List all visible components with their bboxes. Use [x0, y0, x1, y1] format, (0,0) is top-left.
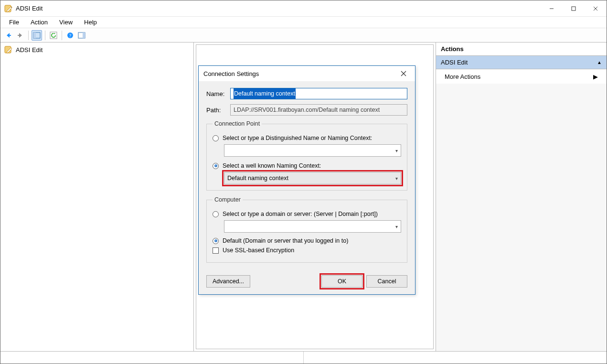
- menu-view[interactable]: View: [54, 18, 77, 27]
- menu-file[interactable]: File: [4, 18, 24, 27]
- cancel-button[interactable]: Cancel: [366, 275, 407, 288]
- path-label: Path:: [206, 107, 230, 114]
- more-actions-label: More Actions: [445, 73, 480, 80]
- statusbar-cell-right: [304, 352, 607, 364]
- actions-more-actions[interactable]: More Actions ▶: [436, 69, 607, 84]
- help-button[interactable]: ?: [65, 30, 75, 41]
- ok-button[interactable]: OK: [321, 275, 362, 288]
- svg-rect-2: [572, 7, 575, 11]
- titlebar: ADSI Edit: [0, 0, 607, 17]
- connection-point-group: Connection Point Select or type a Distin…: [206, 120, 407, 191]
- computer-legend: Computer: [213, 196, 243, 203]
- chevron-down-icon: ▾: [395, 224, 398, 229]
- radio-default-indicator: [213, 238, 219, 244]
- svg-rect-8: [33, 32, 36, 38]
- menu-action[interactable]: Action: [26, 18, 53, 27]
- dn-combo[interactable]: ▾: [224, 144, 401, 157]
- connection-point-legend: Connection Point: [213, 120, 262, 127]
- advanced-button[interactable]: Advanced...: [206, 275, 250, 288]
- back-button[interactable]: [3, 30, 14, 41]
- svg-rect-6: [18, 35, 20, 36]
- forward-button[interactable]: [15, 30, 25, 41]
- wellknown-combo-value: Default naming context: [227, 175, 288, 182]
- actions-section-label: ADSI Edit: [441, 59, 468, 66]
- chevron-down-icon: ▾: [395, 176, 398, 181]
- toolbar-separator: [45, 31, 45, 40]
- menu-help[interactable]: Help: [79, 18, 102, 27]
- toolbar-separator: [28, 31, 29, 40]
- svg-rect-5: [9, 35, 11, 36]
- adsi-edit-icon: [4, 45, 13, 54]
- main-window: ADSI Edit File Action View Help: [0, 0, 607, 364]
- collapse-arrow-icon: ▲: [597, 60, 602, 65]
- radio-domain-server[interactable]: Select or type a domain or server: (Serv…: [213, 211, 401, 217]
- actions-header: Actions: [436, 43, 607, 56]
- radio-domain-indicator: [213, 211, 219, 217]
- chevron-right-icon: ▶: [593, 73, 598, 80]
- radio-dn-indicator: [213, 135, 219, 141]
- toolbar: ?: [0, 28, 607, 43]
- show-hide-action-pane-button[interactable]: [76, 30, 87, 41]
- dialog-button-row: Advanced... OK Cancel: [199, 273, 415, 294]
- svg-rect-13: [83, 32, 85, 38]
- name-input-value: Default naming context: [234, 88, 296, 99]
- dialog-body: Name: Default naming context Path: LDAP:…: [199, 81, 415, 273]
- tree-root-adsi-edit[interactable]: ADSI Edit: [3, 44, 191, 55]
- svg-text:?: ?: [69, 33, 72, 38]
- dialog-title: Connection Settings: [203, 70, 259, 77]
- svg-rect-9: [50, 32, 57, 39]
- dialog-titlebar: Connection Settings: [199, 66, 415, 81]
- radio-wellknown-label: Select a well known Naming Context:: [223, 162, 321, 169]
- show-hide-console-tree-button[interactable]: [32, 30, 42, 41]
- radio-well-known[interactable]: Select a well known Naming Context:: [213, 162, 401, 169]
- ssl-checkbox[interactable]: [213, 247, 219, 254]
- close-button[interactable]: [585, 0, 607, 17]
- actions-pane: Actions ADSI Edit ▲ More Actions ▶: [436, 43, 607, 351]
- chevron-down-icon: ▾: [395, 148, 398, 153]
- adsi-edit-app-icon: [4, 4, 13, 13]
- name-input[interactable]: Default naming context: [230, 88, 407, 99]
- connection-settings-dialog: Connection Settings Name: Default naming…: [198, 65, 415, 295]
- tree-pane: ADSI Edit: [0, 43, 194, 351]
- dialog-close-button[interactable]: [397, 67, 410, 80]
- window-title: ADSI Edit: [16, 5, 43, 12]
- actions-section-adsi-edit[interactable]: ADSI Edit ▲: [436, 56, 607, 69]
- ssl-checkbox-row[interactable]: Use SSL-based Encryption: [213, 247, 401, 254]
- refresh-button[interactable]: [48, 30, 59, 41]
- tree-root-label: ADSI Edit: [16, 46, 43, 54]
- ssl-label: Use SSL-based Encryption: [223, 247, 294, 254]
- radio-domain-label: Select or type a domain or server: (Serv…: [223, 211, 378, 217]
- maximize-button[interactable]: [563, 0, 585, 17]
- minimize-button[interactable]: [541, 0, 563, 17]
- radio-distinguished-name[interactable]: Select or type a Distinguished Name or N…: [213, 135, 401, 141]
- name-label: Name:: [206, 90, 230, 97]
- name-row: Name: Default naming context: [206, 88, 407, 99]
- statusbar: [0, 351, 607, 364]
- path-value: LDAP://SRV001.firatboyan.com/Default nam…: [234, 107, 380, 113]
- radio-default-label: Default (Domain or server that you logge…: [223, 237, 348, 244]
- computer-group: Computer Select or type a domain or serv…: [206, 196, 407, 263]
- toolbar-separator: [62, 31, 62, 40]
- statusbar-cell-left: [0, 352, 304, 364]
- domain-combo[interactable]: ▾: [224, 220, 401, 233]
- path-display: LDAP://SRV001.firatboyan.com/Default nam…: [230, 104, 407, 116]
- radio-default-computer[interactable]: Default (Domain or server that you logge…: [213, 237, 401, 244]
- wellknown-combo[interactable]: Default naming context ▾: [224, 172, 401, 184]
- radio-dn-label: Select or type a Distinguished Name or N…: [223, 135, 372, 141]
- menubar: File Action View Help: [0, 17, 607, 28]
- path-row: Path: LDAP://SRV001.firatboyan.com/Defau…: [206, 104, 407, 116]
- radio-wellknown-indicator: [213, 163, 219, 169]
